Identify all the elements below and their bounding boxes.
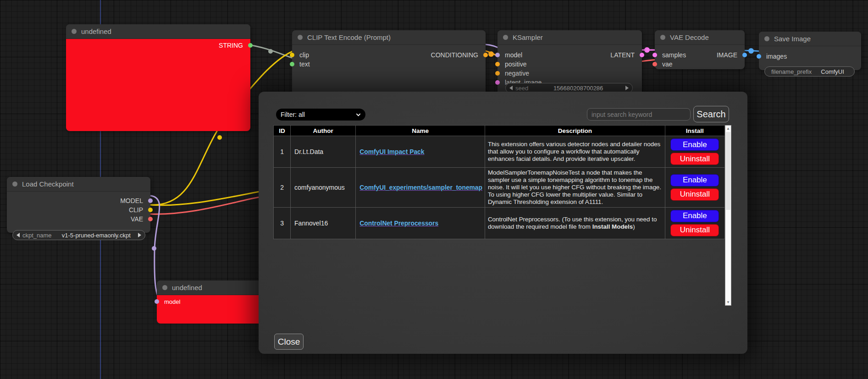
image-output-dot[interactable] xyxy=(742,53,747,57)
vae-input-dot[interactable] xyxy=(652,62,657,66)
output-slot-image[interactable]: IMAGE xyxy=(717,50,745,60)
enable-button[interactable]: Enable xyxy=(670,138,719,151)
node-collapse-dot[interactable] xyxy=(764,36,769,41)
node-collapse-dot[interactable] xyxy=(298,35,303,40)
filter-select[interactable]: Filter: all xyxy=(276,109,365,121)
input-slot-positive[interactable]: positive xyxy=(498,60,642,69)
node-body: samples vae IMAGE xyxy=(655,45,745,75)
cell-name: ComfyUI Impact Pack xyxy=(356,136,485,168)
table-row: 3 Fannovel16 ControlNet Preprocessors Co… xyxy=(274,207,725,239)
input-slot-negative[interactable]: negative xyxy=(498,69,642,78)
uninstall-button[interactable]: Uninstall xyxy=(670,188,719,201)
table-header-row: ID Author Name Description Install xyxy=(274,126,725,136)
node-header[interactable]: Load Checkpoint xyxy=(7,177,150,192)
ckpt-name-widget[interactable]: ckpt_name v1-5-pruned-emaonly.ckpt xyxy=(12,230,145,240)
scroll-up-icon[interactable]: ▲ xyxy=(726,126,730,132)
output-slot-model[interactable]: MODEL xyxy=(7,196,150,205)
node-undefined-top[interactable]: undefined STRING xyxy=(66,24,250,131)
vae-output-dot[interactable] xyxy=(148,217,153,221)
model-input-dot[interactable] xyxy=(155,299,159,304)
node-header[interactable]: Save Image xyxy=(759,32,861,46)
cell-id: 2 xyxy=(274,168,291,208)
positive-input-dot[interactable] xyxy=(495,62,500,66)
col-header-author: Author xyxy=(291,126,356,136)
string-output-dot[interactable] xyxy=(248,43,253,48)
conditioning-output-dot[interactable] xyxy=(483,53,488,57)
node-header[interactable]: CLIP Text Encode (Prompt) xyxy=(292,30,486,45)
extension-link[interactable]: ControlNet Preprocessors xyxy=(359,220,438,227)
node-header[interactable]: undefined xyxy=(66,24,250,39)
extension-manager-dialog: Filter: all Search ID Author Name Descri… xyxy=(259,92,747,354)
output-slot-string[interactable]: STRING xyxy=(66,41,250,50)
cell-install: Enable Uninstall xyxy=(665,136,724,168)
node-collapse-dot[interactable] xyxy=(162,285,167,290)
extension-table: ID Author Name Description Install 1 Dr.… xyxy=(273,125,725,239)
text-input-dot[interactable] xyxy=(290,62,294,66)
scrollbar-thumb[interactable] xyxy=(726,132,730,210)
input-slot-model[interactable]: model xyxy=(157,297,265,306)
filename-prefix-widget[interactable]: filename_prefix ComfyUI xyxy=(764,66,855,77)
extension-link[interactable]: ComfyUI_experiments/sampler_tonemap xyxy=(359,184,482,191)
enable-button[interactable]: Enable xyxy=(670,174,719,187)
col-header-install: Install xyxy=(665,126,724,136)
node-save-image[interactable]: Save Image images filename_prefix ComfyU… xyxy=(759,32,861,70)
node-undefined-bottom[interactable]: undefined model xyxy=(157,280,265,321)
node-header[interactable]: KSampler xyxy=(498,30,642,45)
node-header[interactable]: undefined xyxy=(157,280,265,295)
node-collapse-dot[interactable] xyxy=(72,29,77,34)
cell-author: Fannovel16 xyxy=(291,207,356,239)
close-button[interactable]: Close xyxy=(274,334,304,350)
cell-description: This extension offers various detector n… xyxy=(485,136,665,168)
node-collapse-dot[interactable] xyxy=(12,181,17,187)
comfyui-canvas[interactable]: { "nodes": { "undefined_top": { "title":… xyxy=(0,0,868,379)
col-header-description: Description xyxy=(485,126,665,136)
col-header-id: ID xyxy=(274,126,291,136)
latent-output-dot[interactable] xyxy=(640,53,644,57)
samples-input-dot[interactable] xyxy=(652,53,657,57)
enable-button[interactable]: Enable xyxy=(670,210,719,222)
node-load-checkpoint[interactable]: Load Checkpoint MODEL CLIP VAE ckpt_name… xyxy=(7,177,150,233)
node-body: images filename_prefix ComfyUI xyxy=(759,46,861,76)
seed-decrement-icon[interactable] xyxy=(509,86,513,90)
images-input-dot[interactable] xyxy=(757,54,761,59)
input-slot-text[interactable]: text xyxy=(292,60,486,69)
node-body-error: STRING xyxy=(66,39,250,131)
table-row: 2 comfyanonymous ComfyUI_experiments/sam… xyxy=(274,168,725,208)
uninstall-button[interactable]: Uninstall xyxy=(670,153,719,165)
output-slot-conditioning[interactable]: CONDITIONING xyxy=(431,50,486,60)
table-scrollbar[interactable]: ▲ ▼ xyxy=(725,125,731,306)
node-collapse-dot[interactable] xyxy=(503,35,508,40)
clip-output-dot[interactable] xyxy=(148,208,153,212)
ckpt-next-icon[interactable] xyxy=(138,233,141,237)
extension-link[interactable]: ComfyUI Impact Pack xyxy=(359,148,424,155)
cell-name: ComfyUI_experiments/sampler_tonemap xyxy=(356,168,485,208)
output-slot-clip[interactable]: CLIP xyxy=(7,205,150,214)
cell-author: Dr.Lt.Data xyxy=(291,136,356,168)
cell-author: comfyanonymous xyxy=(291,168,356,208)
uninstall-button[interactable]: Uninstall xyxy=(670,224,719,236)
ckpt-prev-icon[interactable] xyxy=(17,233,20,237)
input-slot-vae[interactable]: vae xyxy=(655,60,745,69)
model-output-dot[interactable] xyxy=(148,198,153,203)
output-slot-vae[interactable]: VAE xyxy=(7,214,150,224)
input-slot-images[interactable]: images xyxy=(759,52,861,61)
search-button[interactable]: Search xyxy=(693,106,729,122)
node-title: CLIP Text Encode (Prompt) xyxy=(307,33,391,41)
col-header-name: Name xyxy=(356,126,485,136)
clip-input-dot[interactable] xyxy=(290,53,294,57)
node-header[interactable]: VAE Decode xyxy=(655,30,745,45)
node-title: Save Image xyxy=(774,35,811,43)
latent-image-input-dot[interactable] xyxy=(495,80,500,85)
node-vae-decode[interactable]: VAE Decode samples vae IMAGE xyxy=(655,30,745,69)
seed-increment-icon[interactable] xyxy=(625,86,629,90)
cell-id: 1 xyxy=(274,136,291,168)
search-input[interactable] xyxy=(587,108,691,121)
node-title: Load Checkpoint xyxy=(22,180,74,188)
output-slot-latent[interactable]: LATENT xyxy=(610,50,642,60)
model-input-dot[interactable] xyxy=(495,53,500,57)
negative-input-dot[interactable] xyxy=(495,71,500,76)
node-ksampler[interactable]: KSampler model positive negative latent_… xyxy=(498,30,642,99)
scroll-down-icon[interactable]: ▼ xyxy=(726,299,730,305)
node-collapse-dot[interactable] xyxy=(660,35,665,40)
node-clip-text-encode[interactable]: CLIP Text Encode (Prompt) clip text COND… xyxy=(292,30,486,99)
